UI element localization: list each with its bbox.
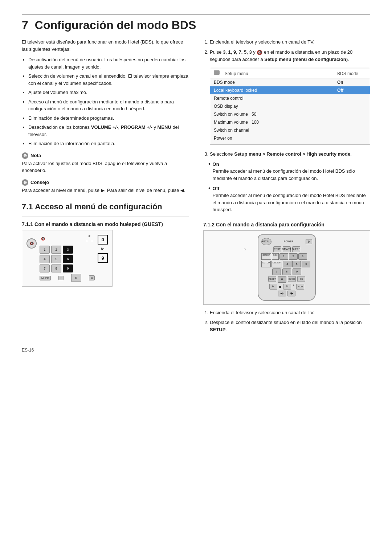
m-left-btn[interactable]: M (269, 284, 277, 290)
intro-text: El televisor está diseñado para funciona… (22, 38, 189, 53)
step-s2-bold: SETUP (210, 327, 225, 332)
chapter-title-text: Configuración del modo BDS (35, 19, 196, 32)
chapter-num: 7 (22, 19, 28, 32)
bds-row-osd: OSD display (210, 102, 370, 110)
btn-7[interactable]: 7 (40, 264, 50, 272)
steps-list: Encienda el televisor y seleccione un ca… (210, 38, 370, 157)
cancel-btn[interactable]: ● (58, 276, 64, 280)
sr-arrow-row: ◀– +▶ (261, 291, 312, 296)
guest-num-grid: 1 2 3 4 5 6 7 8 9 (40, 246, 95, 272)
sr-btn-1[interactable]: 1 (279, 253, 288, 260)
sleep-btn[interactable]: SLEEP (292, 246, 300, 252)
bds-row-switchchan: Switch on channel (210, 126, 370, 134)
reset-btn[interactable]: RESET (268, 276, 276, 282)
guide-btn[interactable]: GUIDE (288, 276, 296, 282)
setup-remote-body: RECALL POWER ⏻ TEXT SMART SLEEP (258, 234, 316, 301)
guest-label: GUEST (261, 253, 271, 260)
guest-remote-top: 🔇 P – – (40, 235, 95, 243)
step-3: Seleccione Setup menu > Remote control >… (210, 151, 370, 158)
sr-btn-9[interactable]: 9 (293, 268, 301, 275)
on-text: Permite acceder al menú de configuración… (213, 168, 370, 182)
list-item: Selección de volumen y canal en el encen… (28, 73, 189, 87)
btn-4[interactable]: 4 (40, 255, 50, 263)
sr-btn-6[interactable]: 6 (302, 261, 310, 267)
step-s2-end: . (225, 327, 227, 332)
avch-btn[interactable]: A/CH (296, 284, 304, 290)
subsection-712-title: 7.1.2 Con el mando a distancia para conf… (203, 222, 370, 227)
triangle-up: ▲ (293, 284, 295, 290)
sr-top-row: RECALL POWER ⏻ (261, 238, 312, 245)
footer-text: ES-16 (22, 348, 34, 353)
guest-remote-left: 🔇 (26, 235, 37, 249)
right-plus-btn[interactable]: +▶ (287, 291, 295, 296)
btn-1[interactable]: 1 (40, 246, 50, 254)
btn-2[interactable]: 2 (51, 246, 61, 254)
step-2-mid: y (252, 49, 257, 55)
sr-btn-4[interactable]: 4 (283, 261, 291, 267)
sr-text-smart-row: TEXT SMART SLEEP (261, 246, 312, 252)
right-side-col: 0 to 9 (98, 235, 108, 263)
bds-row-poweron: Power on (210, 134, 370, 142)
consejo-text: Para acceder al nivel de menú, pulse ▶. … (22, 187, 189, 194)
step-1: Encienda el televisor y seleccione un ca… (210, 38, 370, 46)
sr-btn-0[interactable]: 0 (278, 276, 286, 283)
ok-btn[interactable]: OK (297, 276, 305, 282)
m-right-btn[interactable]: M (283, 284, 291, 290)
subsection-rule-712 (203, 217, 370, 217)
bds-row-label: Maximum volume 100 (214, 119, 334, 126)
sr-btn-3[interactable]: 3 (298, 253, 307, 260)
bds-row-label: Switch on volume 50 (214, 111, 334, 118)
sr-789-row: 7 8 9 (261, 268, 312, 275)
mheg-btn[interactable]: MHEG (40, 276, 51, 280)
sr-btn-5[interactable]: 5 (292, 261, 301, 267)
note-text: Para activar los ajustes del modo BDS, a… (22, 160, 189, 174)
btn-8[interactable]: 8 (51, 264, 61, 272)
sr-btn-7[interactable]: 7 (272, 268, 281, 275)
power-label: POWER (284, 240, 293, 243)
dch-label: DCH (272, 253, 279, 260)
btn-6[interactable]: 6 (63, 255, 73, 263)
consejo-block: ⊖ Consejo Para acceder al nivel de menú,… (22, 179, 189, 194)
feature-list: Desactivación del menú de usuario. Los h… (28, 56, 189, 147)
btn-5[interactable]: 5 (51, 255, 61, 263)
sr-m-row: M ● M ▲ A/CH (261, 284, 312, 290)
sr-setup-row: SETUP LSETUP 4 5 6 (261, 261, 312, 267)
p-label: P (89, 235, 90, 238)
mute-small-icon: 🔇 (41, 237, 45, 241)
note-block: ⊖ Nota Para activar los ajustes del modo… (22, 152, 189, 174)
left-minus-btn[interactable]: ◀– (278, 291, 286, 296)
smart-btn[interactable]: SMART (283, 246, 291, 252)
page-footer: ES-16 (22, 348, 370, 353)
on-label: On (213, 161, 370, 167)
step-2-end: . (348, 57, 349, 62)
step-s1: Encienda el televisor y seleccione un ca… (210, 309, 370, 316)
list-item: Desactivación del menú de usuario. Los h… (28, 56, 189, 70)
step-3-bold: Setup menu > Remote control > High secur… (234, 151, 350, 157)
section-71-title: 7.1 Acceso al menú de configuración (22, 202, 189, 212)
bds-row-val: Off (337, 87, 366, 94)
btn-3[interactable]: 3 (63, 246, 73, 254)
recall-btn[interactable]: RECALL (261, 238, 271, 245)
sr-btn-2[interactable]: 2 (289, 253, 298, 260)
btn-9[interactable]: 9 (63, 264, 73, 272)
step-s1-text: Encienda el televisor y seleccione un ca… (210, 310, 314, 315)
btn-0[interactable]: 0 (71, 274, 81, 282)
step-s2: Desplace el control deslizante situado e… (210, 319, 370, 333)
bds-row-maxvol: Maximum volume 100 (210, 118, 370, 126)
teletext-btn[interactable]: ⊞ (89, 275, 95, 280)
bds-row-bdsmode: BDS mode On (210, 78, 370, 86)
sr-btn-8[interactable]: 8 (282, 268, 291, 275)
step-3-end: . (350, 151, 352, 157)
guest-remote-diagram: 🔇 🔇 P – (22, 230, 113, 287)
consejo-icon: ⊖ (22, 179, 28, 186)
off-bullet: • Off Permite acceder al menú de configu… (208, 185, 370, 213)
power-btn[interactable]: ⏻ (306, 239, 312, 244)
text-btn[interactable]: TEXT (273, 246, 281, 252)
note-icon: ⊖ (22, 152, 28, 159)
bds-row-label: Power on (214, 135, 334, 141)
bds-menu-icon-shape (214, 70, 220, 75)
section-rule-711 (22, 217, 189, 217)
slider-label: □ (244, 248, 245, 251)
step-2-pre: Pulse (210, 49, 223, 55)
bds-row-label: Remote control (214, 95, 334, 102)
